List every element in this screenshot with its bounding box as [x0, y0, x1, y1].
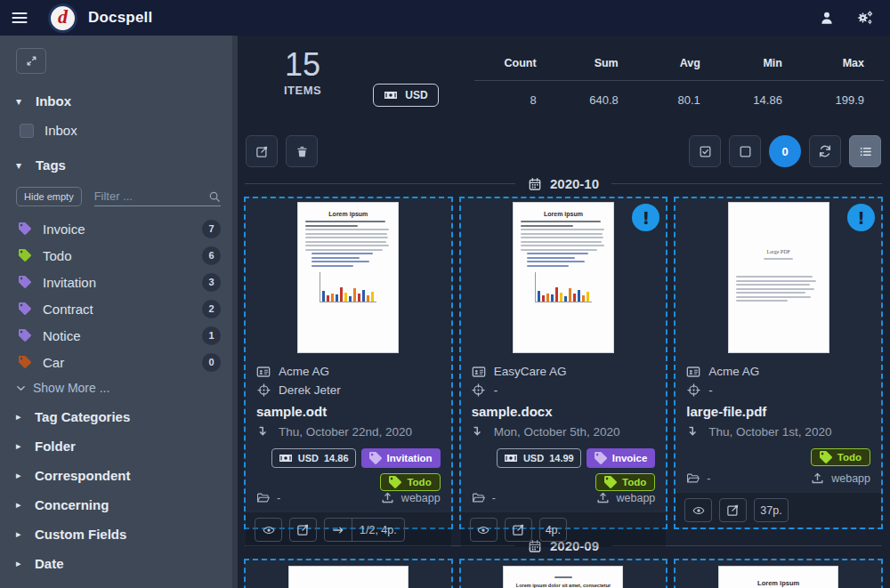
tag-count-badge: 2 — [202, 300, 221, 318]
thumb-chart — [320, 272, 376, 302]
currency-badge: USD — [373, 84, 438, 107]
source-upload-icon — [596, 491, 610, 504]
item-card-footer: 4p. — [461, 511, 667, 547]
item-card[interactable]: Lorem ipsumAcme AGDerek Jetersample.odtT… — [244, 197, 453, 529]
search-stats: 15 ITEMS USD CountSumAvgMinMax 8640.880.… — [243, 48, 884, 128]
tag-icon — [18, 222, 32, 235]
document-thumbnail[interactable]: Large PDF — [729, 203, 829, 352]
item-tag-badge: Invitation — [361, 448, 441, 468]
tags-section-label: Tags — [36, 157, 66, 173]
stats-value: 80.1 — [638, 93, 720, 107]
thumb-title: Lorem ipsum — [725, 579, 831, 587]
inbox-checkbox[interactable] — [20, 124, 34, 138]
tag-badge-label: Invitation — [387, 453, 433, 463]
folder-icon — [256, 491, 270, 504]
refresh-button[interactable] — [809, 135, 841, 167]
date-group-header: 2020-10 — [245, 176, 882, 191]
hamburger-menu-icon[interactable] — [2, 0, 37, 36]
preview-button[interactable] — [255, 518, 282, 542]
select-all-button[interactable] — [689, 135, 721, 167]
thumbnail-zone: Lorem ipsum dolor sit amet, consectetur … — [461, 560, 667, 588]
tag-list: Invoice7Todo6Invitation3Contract2Notice1… — [16, 215, 221, 375]
page-count-label: 1/2, 4p. — [352, 519, 404, 541]
item-tag-badge: Todo — [595, 473, 655, 491]
caret-right-icon: ▸ — [16, 528, 23, 540]
inbox-checkbox-row[interactable]: Inbox — [20, 123, 221, 138]
user-account-icon[interactable] — [819, 10, 835, 26]
section-label: Custom Fields — [35, 527, 126, 542]
show-more-label: Show More ... — [33, 381, 109, 395]
caret-down-icon: ▾ — [16, 95, 25, 108]
caret-right-icon: ▸ — [16, 470, 23, 481]
tag-filter-item[interactable]: Invoice7 — [16, 215, 221, 242]
hide-empty-button[interactable]: Hide empty — [16, 187, 82, 206]
edit-icon — [255, 145, 269, 158]
refresh-icon — [818, 144, 832, 158]
sidebar-section-date[interactable]: ▸Date — [16, 549, 221, 578]
item-card[interactable]: Lorem ipsum dolor sit amet, consectetur … — [459, 559, 668, 588]
tag-badge-label: Todo — [837, 452, 862, 463]
money-bill-icon — [279, 451, 293, 465]
edit-item-button[interactable] — [719, 498, 747, 522]
folder-name: - — [492, 492, 496, 504]
tag-filter-item[interactable]: Contract2 — [16, 295, 221, 322]
card-grid: Keywords in PDFLorem ipsum dolor sit ame… — [243, 559, 884, 588]
item-card[interactable]: Keywords in PDF — [244, 559, 453, 588]
edit-item-button[interactable] — [505, 518, 532, 542]
tag-filter-item[interactable]: Notice1 — [16, 322, 221, 349]
calendar-icon — [528, 177, 542, 191]
tag-filter-item[interactable]: Invitation3 — [16, 269, 221, 295]
stats-value: 8 — [474, 93, 556, 107]
inbox-checkbox-label: Inbox — [44, 123, 77, 138]
document-thumbnail[interactable]: Lorem ipsum dolor sit amet, consectetur … — [504, 567, 622, 588]
top-navbar: d Docspell — [0, 0, 890, 36]
document-thumbnail[interactable]: Keywords in PDF — [289, 567, 408, 588]
document-thumbnail[interactable]: Lorem ipsum — [514, 203, 613, 352]
item-date: Mon, October 5th, 2020 — [494, 425, 620, 439]
sidebar-section-concerning[interactable]: ▸Concerning — [16, 490, 221, 520]
tag-count-badge: 0 — [202, 353, 221, 372]
stats-column-header: Avg — [638, 57, 720, 69]
document-thumbnail[interactable]: Lorem ipsum — [719, 567, 837, 588]
processing-gears-icon[interactable] — [856, 9, 874, 27]
item-count-value: 15 — [284, 48, 321, 82]
amount-value: 14.86 — [324, 453, 349, 463]
tag-filter-item[interactable]: Car0 — [16, 349, 221, 375]
folder-source-row: -webapp — [472, 491, 656, 511]
thumb-title: Lorem ipsum — [520, 211, 607, 217]
show-more-tags[interactable]: Show More ... — [16, 381, 221, 395]
tag-filter-input[interactable] — [94, 189, 208, 203]
item-card[interactable]: Lorem ipsum!EasyCare AG-sample.docxMon, … — [459, 197, 668, 529]
expand-sidebar-button[interactable] — [16, 48, 46, 74]
item-card[interactable]: Lorem ipsum — [674, 559, 883, 588]
edit-items-button[interactable] — [246, 135, 278, 167]
sidebar-section-tag-categories[interactable]: ▸Tag Categories — [16, 402, 221, 431]
sidebar-section-due-date[interactable]: ▸Due Date — [16, 578, 221, 588]
thumbnail-zone: Lorem ipsum — [246, 198, 451, 355]
caret-right-icon: ▸ — [16, 440, 23, 452]
preview-button[interactable] — [470, 518, 498, 542]
item-amount-badge: USD14.99 — [497, 448, 581, 468]
folder-name: - — [277, 492, 280, 504]
list-view-icon — [859, 145, 872, 158]
sidebar-section-custom-fields[interactable]: ▸Custom Fields — [16, 520, 221, 549]
next-page-button[interactable] — [325, 519, 352, 541]
edit-item-button[interactable] — [289, 518, 317, 542]
item-meta: EasyCare AG-sample.docxMon, October 5th,… — [461, 355, 667, 511]
document-thumbnail[interactable]: Lorem ipsum — [298, 203, 398, 352]
preview-button[interactable] — [684, 498, 712, 522]
deselect-all-button[interactable] — [729, 135, 761, 167]
docspell-logo[interactable]: d — [48, 4, 77, 33]
item-card[interactable]: Large PDF!Acme AG-large-file.pdfThu, Oct… — [674, 197, 883, 529]
item-badges: USD14.86InvitationTodo — [256, 448, 441, 491]
tag-filter-item[interactable]: Todo6 — [16, 242, 221, 269]
sidebar-section-inbox[interactable]: ▾ Inbox — [16, 93, 221, 109]
list-view-toggle-button[interactable] — [849, 135, 881, 167]
sidebar-section-correspondent[interactable]: ▸Correspondent — [16, 461, 221, 490]
selected-count-badge[interactable]: 0 — [769, 135, 801, 167]
amount-currency: USD — [298, 453, 319, 463]
delete-items-button[interactable] — [286, 135, 318, 167]
item-badges: USD14.99InvoiceTodo — [472, 448, 656, 491]
sidebar-section-folder[interactable]: ▸Folder — [16, 431, 221, 461]
sidebar-section-tags[interactable]: ▾ Tags — [16, 157, 221, 173]
